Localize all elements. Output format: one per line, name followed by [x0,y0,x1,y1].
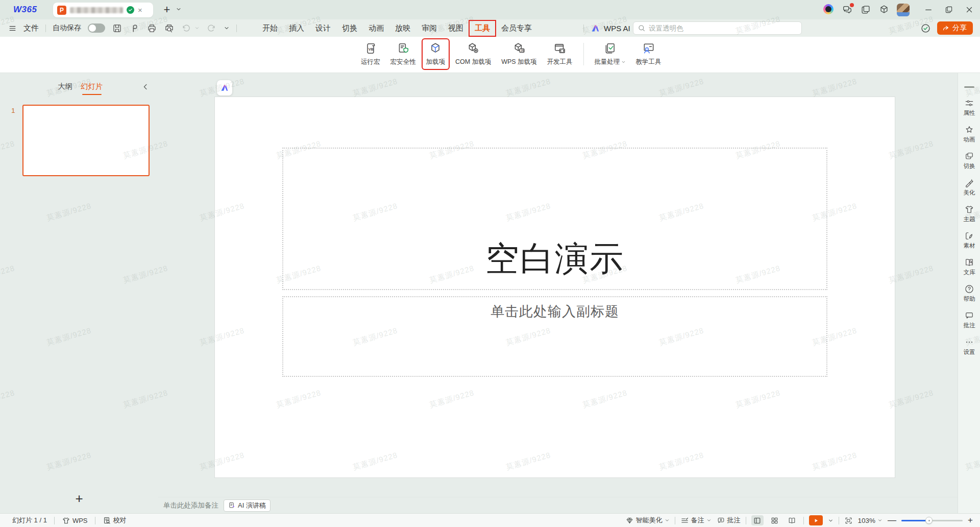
ribbon-button-run-macro[interactable]: VB运行宏 [357,39,384,69]
ribbon-button-add-ons[interactable]: 加载项 [423,39,449,69]
zoom-level[interactable]: 103% [858,517,883,524]
sidebar-item-material[interactable]: 素材 [958,231,980,250]
share-button[interactable]: 分享 [937,21,973,35]
smart-beautify-button[interactable]: 智能美化 [625,516,670,525]
slide-sorter-view-button[interactable] [769,515,781,525]
ribbon-button-teaching-tools[interactable]: 教学工具 [632,39,665,69]
fit-to-window-button[interactable] [844,516,853,525]
smart-beautify-dropdown-icon [665,518,670,523]
proofread-icon [103,516,111,525]
slides-tab[interactable]: 幻灯片 [81,82,103,94]
restore-button[interactable] [944,5,953,14]
slide-canvas[interactable]: 空白演示 单击此处输入副标题 [215,97,895,477]
ribbon-button-com-add-ons[interactable]: COM 加载项 [452,39,495,69]
wps-ai-label: WPS AI [604,24,630,33]
collapse-panel-icon[interactable] [141,82,150,91]
tab-list-dropdown-icon[interactable] [176,6,182,12]
right-sidebar: 属性动画切换美化主题素材文库帮助批注设置 [958,73,980,513]
new-tab-button[interactable]: + [160,3,174,17]
reading-view-button[interactable] [786,515,798,525]
search-input[interactable] [649,25,797,32]
zoom-slider[interactable] [901,520,963,521]
close-button[interactable] [965,5,974,14]
ribbon-tab-view[interactable]: 视图 [444,21,468,35]
ribbon-button-macro-security[interactable]: 宏安全性 [387,39,420,69]
message-center-icon[interactable] [842,4,853,15]
ribbon-tab-review[interactable]: 审阅 [417,21,442,35]
ribbon-button-dev-tools[interactable]: 开发工具 [544,39,576,69]
print-preview-button[interactable] [164,23,175,34]
command-search-box[interactable] [633,21,802,35]
ribbon-tab-animation[interactable]: 动画 [364,21,388,35]
zoom-dropdown-icon [877,518,883,523]
play-options-dropdown-icon[interactable] [828,518,834,523]
sidebar-item-animation[interactable]: 动画 [958,125,980,143]
copilot-icon[interactable] [823,4,835,15]
ribbon-tab-transition[interactable]: 切换 [337,21,362,35]
document-tab-filename-redacted [70,7,123,13]
ribbon-button-batch-process[interactable]: 批量处理 [591,39,629,69]
ribbon-tab-tools[interactable]: 工具 [470,21,495,35]
ai-speech-script-button[interactable]: AI 演讲稿 [224,499,271,512]
minimize-button[interactable] [924,5,933,14]
windows-stack-icon[interactable] [860,4,871,15]
autosave-toggle-off[interactable] [88,23,105,33]
notes-placeholder[interactable]: 单击此处添加备注 [163,501,218,510]
sidebar-item-properties[interactable]: 属性 [958,98,980,117]
title-placeholder[interactable]: 空白演示 [282,148,827,290]
proofread-button[interactable]: 校对 [103,516,127,525]
batch-process-label: 批量处理 [595,58,626,66]
ribbon-tab-home[interactable]: 开始 [258,21,282,35]
ai-script-label: AI 演讲稿 [238,501,266,510]
save-button[interactable] [112,23,122,34]
redo-button-disabled[interactable] [206,23,217,34]
outline-tab[interactable]: 大纲 [58,82,72,94]
print-button[interactable] [146,23,157,34]
wps-ai-fab[interactable] [217,80,232,95]
ribbon-tab-membership[interactable]: 会员专享 [497,21,536,35]
ribbon-button-wps-add-ons[interactable]: JSWPS 加载项 [498,39,540,69]
sidebar-item-settings[interactable]: 设置 [958,337,980,356]
wps-skin-button[interactable]: WPS [62,516,88,525]
sidebar-item-theme[interactable]: 主题 [958,204,980,223]
document-tab[interactable]: P × [53,3,153,17]
ribbon-tab-insert[interactable]: 插入 [284,21,309,35]
notes-bar: 单击此处添加备注 AI 演讲稿 [158,497,958,513]
normal-view-button[interactable] [751,515,764,525]
wps-ai-menu[interactable]: WPS AI [583,19,639,37]
slideshow-play-button[interactable] [809,515,823,525]
sidebar-item-beautify[interactable]: 美化 [958,178,980,197]
ribbon-tab-slideshow[interactable]: 放映 [390,21,415,35]
notes-toggle-button[interactable]: 备注 [680,516,712,525]
add-slide-button[interactable]: + [71,491,87,506]
wps-label: WPS [72,517,88,524]
sidebar-item-comments[interactable]: 批注 [958,310,980,329]
divider [583,25,584,32]
divider [54,517,55,524]
sidebar-item-transition[interactable]: 切换 [958,151,980,170]
wps365-logo[interactable]: W365 [13,5,49,15]
file-menu-button[interactable]: 文件 [23,23,39,33]
sidebar-item-help[interactable]: 帮助 [958,284,980,303]
comments-button[interactable]: 批注 [717,516,741,525]
subtitle-placeholder[interactable]: 单击此处输入副标题 [282,296,827,377]
slide-thumbnail-selected[interactable] [22,105,150,176]
zoom-out-button[interactable]: — [888,515,896,525]
sidebar-collapse-handle[interactable] [964,86,974,88]
material-icon [964,231,974,241]
undo-dropdown-icon[interactable] [194,26,200,31]
export-pdf-button[interactable] [129,23,140,34]
undo-button-disabled[interactable] [181,23,192,34]
user-avatar[interactable] [897,4,910,16]
hamburger-menu-icon[interactable] [8,24,17,33]
more-quick-actions-icon[interactable] [224,25,230,31]
quick-access-toolbar: 文件 自动保存 [8,19,237,37]
titlebar-right-controls [823,0,974,19]
tab-close-icon[interactable]: × [138,6,142,14]
cloud-sync-status-icon[interactable] [920,23,931,34]
3d-cube-icon[interactable] [878,4,890,15]
zoom-in-button[interactable]: + [968,515,973,525]
zoom-slider-thumb[interactable] [925,517,933,524]
ribbon-tab-design[interactable]: 设计 [311,21,335,35]
sidebar-item-library[interactable]: 文库 [958,257,980,276]
